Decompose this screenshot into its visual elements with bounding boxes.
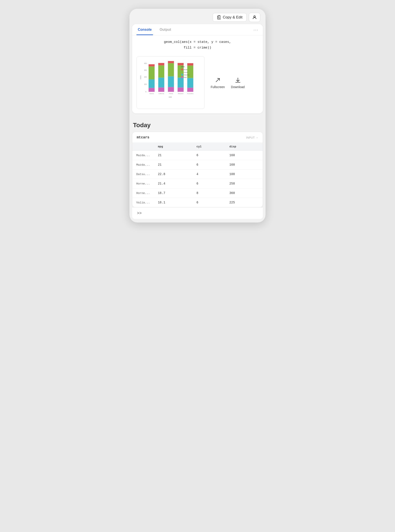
cell-disp: 160 — [225, 160, 263, 170]
cell-cyl: 6 — [192, 160, 225, 170]
copy-edit-button[interactable]: Copy & Edit — [213, 13, 247, 22]
cell-name: Valia... — [132, 198, 154, 207]
main-card: Console Output ··· geom_col(aes(x = stat… — [132, 24, 263, 113]
svg-rect-19 — [158, 78, 164, 87]
cell-mpg: 18.1 — [154, 198, 192, 207]
toolbar: Copy & Edit — [129, 9, 266, 24]
table-header-row: mpg cyl disp — [132, 143, 263, 151]
cell-mpg: 18.7 — [154, 189, 192, 198]
svg-rect-28 — [177, 87, 183, 92]
download-icon — [234, 77, 241, 84]
svg-text:Arizona: Arizona — [149, 93, 154, 94]
data-card-header: mtcars INPUT → — [132, 132, 263, 143]
today-section: Today mtcars INPUT → mpg cyl disp — [129, 117, 266, 207]
svg-rect-20 — [158, 66, 164, 78]
cell-name: Datsu... — [132, 170, 154, 179]
cell-cyl: 8 — [192, 189, 225, 198]
svg-rect-39 — [181, 68, 183, 70]
chart-container: 400- 300- 200- 100- 0- cases — [137, 56, 204, 109]
cell-mpg: 21 — [154, 151, 192, 160]
cell-cyl: 6 — [192, 151, 225, 160]
svg-text:California: California — [159, 93, 164, 94]
svg-rect-34 — [187, 78, 193, 88]
today-heading: Today — [132, 117, 263, 132]
cell-disp: 258 — [225, 179, 263, 189]
svg-rect-43 — [181, 74, 183, 76]
svg-text:UrbanPop: UrbanPop — [184, 74, 190, 76]
chart-area: 400- 300- 200- 100- 0- cases — [132, 53, 263, 113]
table-row: Datsu... 22.8 4 108 — [132, 170, 263, 179]
svg-text:cases: cases — [140, 75, 141, 79]
cell-cyl: 6 — [192, 179, 225, 189]
dataset-title: mtcars — [137, 135, 149, 140]
svg-text:N.Carolina: N.Carolina — [187, 93, 193, 94]
svg-text:300-: 300- — [144, 69, 147, 71]
svg-rect-18 — [158, 87, 164, 92]
svg-text:0-: 0- — [145, 91, 147, 92]
more-menu-button[interactable]: ··· — [253, 27, 258, 32]
svg-rect-24 — [168, 76, 174, 87]
svg-rect-16 — [148, 64, 154, 67]
svg-rect-45 — [181, 76, 183, 78]
svg-point-1 — [254, 16, 255, 17]
svg-text:200-: 200- — [144, 76, 147, 78]
svg-text:Murder: Murder — [184, 69, 188, 70]
copy-edit-icon — [217, 15, 221, 20]
bottom-bar[interactable]: >> — [132, 207, 263, 219]
svg-rect-21 — [158, 63, 164, 66]
svg-rect-25 — [168, 63, 174, 76]
col-header-disp: disp — [225, 143, 263, 151]
table-row: Horne... 18.7 8 360 — [132, 189, 263, 198]
svg-rect-33 — [187, 88, 193, 92]
cell-mpg: 21.4 — [154, 179, 192, 189]
svg-rect-36 — [187, 63, 193, 66]
input-label: INPUT → — [246, 136, 258, 139]
tab-output[interactable]: Output — [158, 24, 172, 35]
cell-name: Mazda... — [132, 151, 154, 160]
tab-bar: Console Output ··· — [132, 24, 263, 35]
table-row: Valia... 18.1 6 225 — [132, 198, 263, 207]
copy-edit-label: Copy & Edit — [223, 15, 242, 20]
tab-console[interactable]: Console — [137, 24, 153, 35]
code-line-2: fill = crime)) — [132, 45, 263, 51]
chart-actions: Fullscreen Download — [211, 77, 258, 89]
table-row: Mazda... 21 6 160 — [132, 160, 263, 170]
table-row: Mazda... 21 6 160 — [132, 151, 263, 160]
cell-name: Horne... — [132, 189, 154, 198]
svg-rect-29 — [177, 78, 183, 87]
bar-chart: 400- 300- 200- 100- 0- cases — [139, 60, 202, 102]
col-header-cyl: cyl — [192, 143, 225, 151]
svg-text:400-: 400- — [144, 63, 147, 64]
download-button[interactable]: Download — [231, 77, 245, 89]
cell-cyl: 4 — [192, 170, 225, 179]
svg-rect-26 — [168, 61, 174, 63]
code-block: geom_col(aes(x = state, y = cases, fill … — [132, 35, 263, 53]
table-row: Horne... 21.4 6 258 — [132, 179, 263, 189]
cell-name: Mazda... — [132, 160, 154, 170]
data-card: mtcars INPUT → mpg cyl disp Mazda... 21 — [132, 132, 263, 207]
svg-text:crime: crime — [181, 66, 185, 67]
svg-text:state: state — [169, 96, 172, 98]
svg-line-48 — [216, 78, 219, 82]
svg-text:Maryland: Maryland — [178, 93, 183, 94]
svg-rect-15 — [148, 66, 154, 79]
svg-rect-13 — [148, 88, 154, 92]
fullscreen-button[interactable]: Fullscreen — [211, 77, 225, 89]
svg-rect-23 — [168, 87, 174, 92]
svg-rect-41 — [181, 71, 183, 73]
svg-rect-14 — [148, 79, 154, 88]
download-label: Download — [231, 85, 245, 89]
user-button[interactable] — [249, 13, 260, 22]
fullscreen-icon — [214, 77, 221, 84]
cell-disp: 225 — [225, 198, 263, 207]
cell-cyl: 6 — [192, 198, 225, 207]
prompt-symbol: >> — [137, 211, 142, 215]
cell-mpg: 22.8 — [154, 170, 192, 179]
svg-text:100-: 100- — [144, 84, 147, 85]
cell-disp: 160 — [225, 151, 263, 160]
user-icon — [252, 15, 257, 20]
svg-rect-31 — [177, 63, 183, 66]
svg-text:Assault: Assault — [184, 72, 188, 73]
code-line-1: geom_col(aes(x = state, y = cases, — [132, 39, 263, 45]
col-header-name — [132, 143, 154, 151]
